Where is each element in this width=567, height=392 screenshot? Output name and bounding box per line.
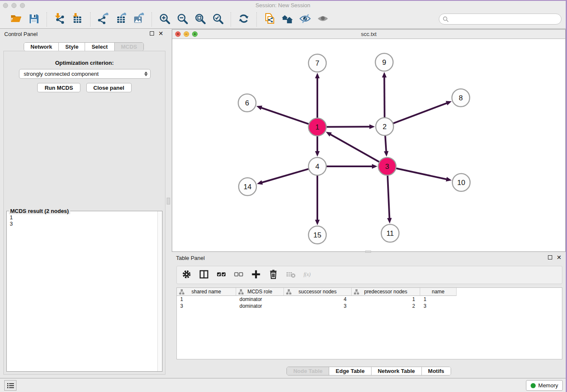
column-header-name[interactable]: name — [420, 288, 457, 296]
settings-button[interactable] — [181, 270, 192, 281]
optimization-criterion-label: Optimization criterion: — [4, 60, 165, 66]
edge-arrow-1-4 — [315, 151, 320, 157]
cell-predecessor-nodes[interactable]: 2 — [352, 303, 420, 309]
cell-successor-nodes[interactable]: 4 — [284, 296, 352, 303]
search-box[interactable] — [439, 14, 561, 25]
edge-2-3[interactable] — [385, 135, 386, 152]
search-input[interactable] — [449, 16, 561, 22]
tab-node-table[interactable]: Node Table — [287, 367, 329, 375]
export-image-button[interactable] — [132, 13, 146, 26]
column-header-MCDS-role[interactable]: MCDS role — [236, 288, 284, 296]
split-view-button[interactable] — [198, 270, 209, 281]
cell-shared-name[interactable]: 3 — [177, 303, 236, 309]
export-table-button[interactable] — [114, 13, 128, 26]
float-panel-icon[interactable] — [150, 31, 154, 36]
table-panel: Table Panel ✕ f(x) shared nameMCDS roles… — [172, 253, 566, 378]
mcds-result-box: MCDS result (2 nodes) 1 3 — [6, 211, 162, 372]
cell-MCDS-role[interactable]: dominator — [236, 303, 284, 309]
zoom-in-button[interactable] — [158, 13, 171, 26]
hide-unselected-button[interactable] — [298, 13, 312, 26]
vertical-splitter[interactable] — [166, 29, 171, 378]
close-table-panel-icon[interactable]: ✕ — [556, 255, 561, 259]
edge-1-2[interactable] — [326, 127, 370, 127]
cell-name[interactable]: 1 — [420, 296, 457, 303]
table-row[interactable]: 3dominator323 — [177, 303, 562, 309]
edge-arrow-4-14 — [257, 180, 263, 185]
chevron-up-down-icon — [144, 72, 148, 76]
criterion-select[interactable]: strongly connected component — [19, 69, 151, 79]
graph-svg[interactable]: 7968124314101511 — [172, 39, 565, 251]
cell-MCDS-role[interactable]: dominator — [236, 296, 284, 303]
task-history-button[interactable] — [4, 380, 17, 391]
edge-arrow-4-15 — [315, 220, 320, 225]
edge-3-1[interactable] — [330, 134, 380, 162]
tab-network[interactable]: Network — [24, 43, 59, 51]
import-table-icon — [72, 13, 83, 26]
tab-edge-table[interactable]: Edge Table — [329, 367, 371, 375]
import-network-button[interactable] — [53, 13, 66, 26]
edge-2-8[interactable] — [393, 103, 448, 124]
zoom-out-button[interactable] — [176, 13, 189, 26]
edge-1-6[interactable] — [261, 108, 309, 124]
close-panel-button[interactable]: Close panel — [86, 83, 132, 92]
home-button[interactable] — [281, 13, 294, 26]
add-column-button[interactable] — [250, 270, 261, 281]
edge-3-10[interactable] — [396, 168, 447, 179]
table-row[interactable]: 1dominator411 — [177, 296, 562, 303]
edge-2-9[interactable] — [384, 77, 385, 118]
result-scrollbar[interactable] — [157, 211, 162, 371]
zoom-selected-button[interactable] — [211, 13, 225, 26]
float-table-panel-icon[interactable] — [548, 255, 552, 259]
application-window: Session: New Session Control Panel ✕ Net… — [0, 1, 566, 392]
tab-select[interactable]: Select — [85, 43, 114, 51]
open-file-button[interactable] — [9, 13, 23, 26]
delete-column-icon — [268, 269, 278, 281]
zoom-fit-button[interactable] — [193, 13, 207, 26]
home-icon — [281, 13, 293, 26]
deselect-all-button[interactable] — [233, 270, 244, 281]
memory-button[interactable]: Memory — [526, 380, 563, 391]
duplicate-network-button[interactable] — [263, 13, 276, 26]
show-all-button[interactable] — [316, 13, 330, 26]
edge-4-14[interactable] — [261, 169, 309, 183]
open-file-icon — [10, 13, 22, 26]
graph-node-label-11: 11 — [386, 229, 394, 237]
zoom-selected-icon — [212, 13, 224, 26]
horizontal-splitter-grip[interactable] — [365, 251, 371, 253]
select-all-button[interactable] — [216, 270, 227, 281]
node-table: shared nameMCDS rolesuccessor nodesprede… — [176, 287, 562, 359]
shared-column-icon — [354, 289, 359, 296]
graph-node-label-10: 10 — [457, 179, 465, 187]
graph-node-label-9: 9 — [382, 58, 386, 66]
graph-node-label-14: 14 — [244, 183, 252, 191]
import-table-button[interactable] — [71, 13, 84, 26]
network-window-title: scc.txt — [172, 31, 565, 37]
export-network-button[interactable] — [96, 13, 110, 26]
add-column-icon — [251, 269, 261, 281]
column-header-successor-nodes[interactable]: successor nodes — [284, 288, 352, 296]
edge-3-11[interactable] — [388, 175, 390, 219]
cell-successor-nodes[interactable]: 3 — [284, 303, 352, 309]
tab-network-table[interactable]: Network Table — [372, 367, 422, 375]
graph-node-label-3: 3 — [385, 163, 389, 171]
cell-name[interactable]: 3 — [420, 303, 457, 309]
run-mcds-button[interactable]: Run MCDS — [37, 83, 80, 92]
status-bar: Memory — [0, 378, 566, 392]
tab-motifs[interactable]: Motifs — [422, 367, 451, 375]
tab-style[interactable]: Style — [59, 43, 85, 51]
save-session-button[interactable] — [27, 13, 41, 26]
network-canvas[interactable]: 7968124314101511 — [172, 39, 565, 251]
delete-column-button[interactable] — [268, 270, 279, 281]
first-neighbors-button[interactable] — [237, 13, 250, 26]
graph-node-label-6: 6 — [245, 99, 249, 107]
graph-node-label-8: 8 — [459, 94, 462, 102]
close-panel-icon[interactable]: ✕ — [158, 31, 163, 36]
column-header-shared-name[interactable]: shared name — [177, 288, 236, 296]
search-icon — [443, 16, 449, 22]
tab-mcds[interactable]: MCDS — [115, 43, 143, 51]
cell-shared-name[interactable]: 1 — [177, 296, 236, 303]
control-panel-tabs: NetworkStyleSelectMCDS — [24, 42, 144, 51]
cell-predecessor-nodes[interactable]: 1 — [352, 296, 420, 303]
column-header-predecessor-nodes[interactable]: predecessor nodes — [352, 288, 420, 296]
duplicate-network-icon — [264, 13, 275, 26]
